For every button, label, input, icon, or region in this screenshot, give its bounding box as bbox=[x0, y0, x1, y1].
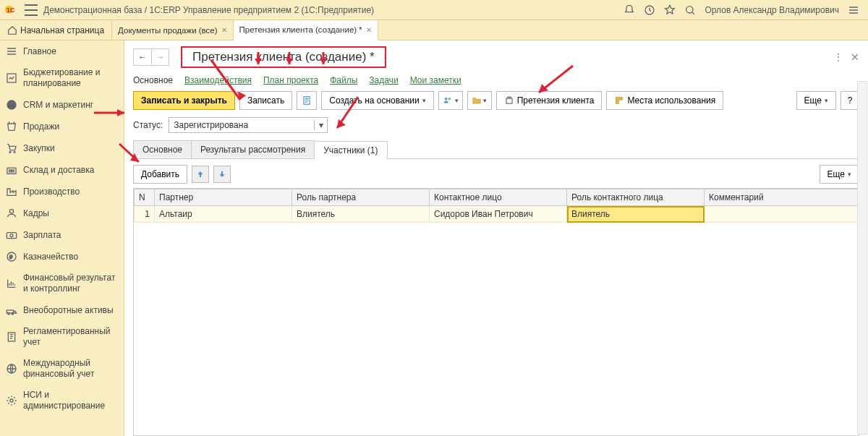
svg-point-22 bbox=[445, 98, 448, 101]
chevron-down-icon[interactable]: ▾ bbox=[314, 120, 327, 130]
sidebar-item-production[interactable]: Производство bbox=[0, 181, 124, 202]
col-contact[interactable]: Контактное лицо bbox=[430, 189, 567, 206]
linktab-plan[interactable]: План проекта bbox=[263, 75, 318, 85]
window-title: Демонстрационная база / 1C:ERP Управлени… bbox=[43, 5, 374, 15]
tab-documents[interactable]: Документы продажи (все) ✕ bbox=[112, 20, 233, 40]
cell-n[interactable]: 1 bbox=[135, 206, 155, 223]
col-n[interactable]: N bbox=[135, 189, 155, 206]
main-content: ← → Претензия клиента (создание) * ⋮ ✕ О… bbox=[124, 40, 868, 436]
more-button[interactable]: Еще ▾ bbox=[796, 91, 836, 110]
participants-grid[interactable]: N Партнер Роль партнера Контактное лицо … bbox=[133, 188, 859, 436]
claim-button[interactable]: Претензия клиента bbox=[496, 91, 603, 110]
cell-comment[interactable] bbox=[705, 206, 859, 223]
sidebar-item-main[interactable]: Главное bbox=[0, 40, 124, 62]
grid-more-button[interactable]: Еще ▾ bbox=[820, 165, 859, 184]
usage-button[interactable]: Места использования bbox=[606, 91, 723, 110]
innertab-main[interactable]: Основное bbox=[133, 140, 192, 158]
vertical-scrollbar[interactable] bbox=[857, 81, 867, 435]
home-tab[interactable]: Начальная страница bbox=[0, 20, 112, 40]
nav-back-button[interactable]: ← bbox=[134, 49, 151, 65]
svg-point-3 bbox=[686, 6, 693, 12]
page-link-tabs: Основное Взаимодействия План проекта Фай… bbox=[133, 75, 859, 85]
app-logo: 1С bbox=[4, 4, 20, 17]
navigation-sidebar: Главное Бюджетирование и планирование CR… bbox=[0, 40, 124, 436]
home-label: Начальная страница bbox=[20, 25, 104, 35]
move-down-button[interactable] bbox=[213, 166, 231, 183]
svg-point-5 bbox=[9, 151, 11, 153]
sidebar-item-hr[interactable]: Кадры bbox=[0, 202, 124, 224]
linktab-files[interactable]: Файлы bbox=[330, 75, 357, 85]
user-name: Орлов Александр Владимирович bbox=[705, 5, 839, 15]
settings-menu-icon[interactable] bbox=[848, 4, 859, 16]
linktab-tasks[interactable]: Задачи bbox=[369, 75, 398, 85]
svg-rect-8 bbox=[9, 170, 12, 172]
sidebar-item-intlaccount[interactable]: Международный финансовый учет bbox=[0, 353, 124, 385]
svg-text:1С: 1С bbox=[7, 7, 15, 14]
add-button[interactable]: Добавить bbox=[133, 165, 187, 184]
cell-contact[interactable]: Сидоров Иван Петрович bbox=[430, 206, 567, 223]
inner-tabs: Основное Результаты рассмотрения Участни… bbox=[133, 140, 859, 159]
svg-rect-24 bbox=[506, 98, 512, 103]
sidebar-item-budget[interactable]: Бюджетирование и планирование bbox=[0, 62, 124, 94]
favorites-icon[interactable] bbox=[664, 4, 676, 16]
sidebar-item-regaccount[interactable]: Регламентированный учет bbox=[0, 321, 124, 353]
cell-partner[interactable]: Альтаир bbox=[155, 206, 292, 223]
svg-point-23 bbox=[448, 98, 451, 101]
search-icon[interactable] bbox=[684, 4, 696, 16]
table-row[interactable]: 1 Альтаир Влиятель Сидоров Иван Петрович… bbox=[135, 206, 859, 223]
sidebar-item-sales[interactable]: Продажи bbox=[0, 116, 124, 137]
svg-point-20 bbox=[10, 399, 13, 402]
move-up-button[interactable] bbox=[192, 166, 209, 183]
history-icon[interactable] bbox=[644, 4, 655, 16]
svg-rect-9 bbox=[12, 170, 14, 172]
sidebar-item-warehouse[interactable]: Склад и доставка bbox=[0, 159, 124, 181]
people-icon-button[interactable]: ▾ bbox=[438, 91, 463, 110]
tab-claim[interactable]: Претензия клиента (создание) * ✕ bbox=[234, 20, 378, 40]
sidebar-item-assets[interactable]: Внеоборотные активы bbox=[0, 299, 124, 321]
svg-point-17 bbox=[12, 312, 14, 315]
cell-contact-role[interactable]: Влиятель bbox=[567, 206, 705, 223]
linktab-notes[interactable]: Мои заметки bbox=[410, 75, 461, 85]
sidebar-item-nsi[interactable]: НСИ и администрирование bbox=[0, 385, 124, 416]
svg-text:₽: ₽ bbox=[9, 254, 13, 260]
create-based-button[interactable]: Создать на основании ▾ bbox=[321, 91, 434, 110]
col-comment[interactable]: Комментарий bbox=[705, 189, 859, 206]
more-menu-icon[interactable]: ⋮ bbox=[833, 51, 843, 63]
innertab-results[interactable]: Результаты рассмотрения bbox=[191, 140, 315, 158]
svg-point-10 bbox=[9, 210, 13, 213]
close-icon[interactable]: ✕ bbox=[366, 26, 372, 34]
save-button[interactable]: Записать bbox=[239, 91, 292, 110]
status-label: Статус: bbox=[133, 120, 163, 130]
sidebar-item-crm[interactable]: CRM и маркетинг bbox=[0, 94, 124, 116]
open-tabs-bar: Начальная страница Документы продажи (вс… bbox=[0, 20, 868, 40]
sidebar-item-treasury[interactable]: ₽Казначейство bbox=[0, 246, 124, 268]
notifications-icon[interactable] bbox=[624, 4, 635, 16]
page-title: Претензия клиента (создание) * bbox=[181, 46, 386, 68]
status-select[interactable]: Зарегистрирована ▾ bbox=[169, 117, 328, 133]
col-partner-role[interactable]: Роль партнера bbox=[292, 189, 430, 206]
cell-partner-role[interactable]: Влиятель bbox=[292, 206, 430, 223]
page-toolbar: Записать и закрыть Записать Создать на о… bbox=[133, 91, 859, 110]
title-bar: 1С Демонстрационная база / 1C:ERP Управл… bbox=[0, 0, 868, 20]
save-close-button[interactable]: Записать и закрыть bbox=[133, 91, 235, 110]
folder-icon-button[interactable]: ▾ bbox=[467, 91, 492, 110]
close-page-icon[interactable]: ✕ bbox=[851, 51, 859, 63]
main-menu-icon[interactable] bbox=[25, 4, 38, 16]
svg-point-6 bbox=[14, 151, 15, 153]
report-icon-button[interactable] bbox=[297, 91, 317, 110]
nav-forward-button[interactable]: → bbox=[151, 49, 169, 65]
svg-rect-25 bbox=[616, 97, 619, 100]
col-contact-role[interactable]: Роль контактного лица bbox=[567, 189, 705, 206]
linktab-main[interactable]: Основное bbox=[133, 75, 173, 85]
innertab-participants[interactable]: Участники (1) bbox=[314, 141, 387, 159]
linktab-interactions[interactable]: Взаимодействия bbox=[184, 75, 252, 85]
sidebar-item-purchases[interactable]: Закупки bbox=[0, 137, 124, 159]
grid-toolbar: Добавить Еще ▾ bbox=[133, 165, 859, 184]
sidebar-item-finresult[interactable]: Финансовый результат и контроллинг bbox=[0, 268, 124, 299]
close-icon[interactable]: ✕ bbox=[221, 26, 227, 34]
svg-rect-27 bbox=[616, 101, 619, 104]
nav-arrows: ← → bbox=[133, 48, 169, 66]
user-menu[interactable]: Орлов Александр Владимирович bbox=[705, 5, 839, 15]
col-partner[interactable]: Партнер bbox=[155, 189, 292, 206]
sidebar-item-salary[interactable]: Зарплата bbox=[0, 224, 124, 246]
